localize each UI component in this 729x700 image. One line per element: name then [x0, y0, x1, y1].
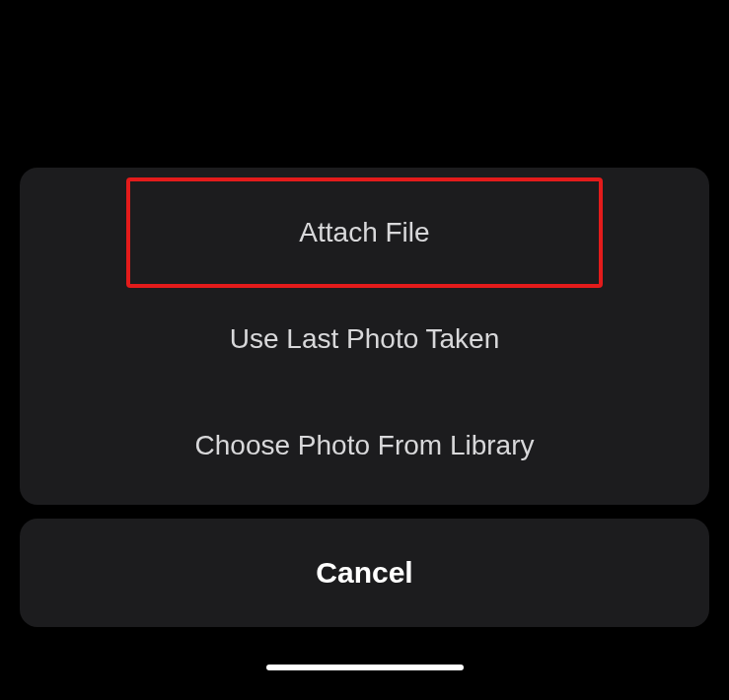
use-last-photo-option[interactable]: Use Last Photo Taken	[20, 286, 709, 392]
attach-file-label: Attach File	[299, 217, 429, 248]
home-indicator-wrap	[20, 665, 709, 670]
choose-from-library-option[interactable]: Choose Photo From Library	[20, 392, 709, 499]
use-last-photo-label: Use Last Photo Taken	[230, 323, 499, 355]
cancel-button[interactable]: Cancel	[20, 519, 709, 627]
action-sheet-options: Attach File Use Last Photo Taken Choose …	[20, 168, 709, 505]
cancel-label: Cancel	[316, 556, 412, 590]
home-indicator[interactable]	[266, 665, 464, 670]
attach-file-option[interactable]: Attach File	[128, 179, 601, 286]
choose-from-library-label: Choose Photo From Library	[195, 430, 535, 461]
action-sheet-cancel-group: Cancel	[20, 519, 709, 627]
